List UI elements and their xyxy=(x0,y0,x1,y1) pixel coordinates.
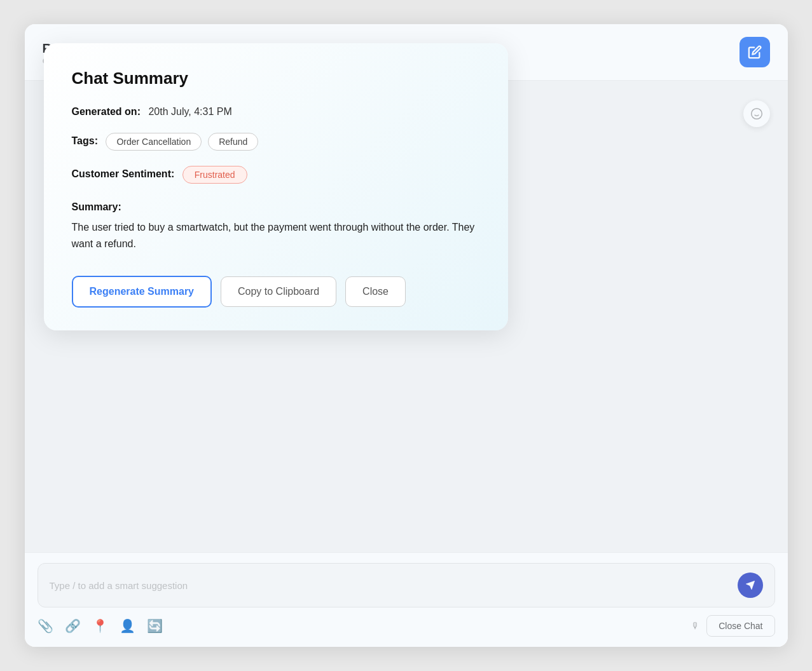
summary-label: Summary: xyxy=(72,201,480,213)
summary-text: The user tried to buy a smartwatch, but … xyxy=(72,219,480,253)
chat-summary-card: Chat Summary Generated on: 20th July, 4:… xyxy=(44,43,508,330)
tag-order-cancellation: Order Cancellation xyxy=(106,133,202,151)
modal-overlay: Chat Summary Generated on: 20th July, 4:… xyxy=(25,24,788,647)
tags-label: Tags: xyxy=(72,135,98,146)
tag-refund: Refund xyxy=(208,133,258,151)
copy-to-clipboard-button[interactable]: Copy to Clipboard xyxy=(221,276,336,307)
generated-label: Generated on: xyxy=(72,106,141,117)
generated-on-row: Generated on: 20th July, 4:31 PM xyxy=(72,106,480,118)
sentiment-row: Customer Sentiment: Frustrated xyxy=(72,166,480,184)
regenerate-summary-button[interactable]: Regenerate Summary xyxy=(72,276,212,308)
close-button[interactable]: Close xyxy=(345,276,406,307)
tags-container: Order Cancellation Refund xyxy=(106,133,258,151)
button-row: Regenerate Summary Copy to Clipboard Clo… xyxy=(72,276,480,308)
sentiment-badge: Frustrated xyxy=(182,166,247,184)
generated-value: 20th July, 4:31 PM xyxy=(148,106,231,117)
sentiment-label: Customer Sentiment: xyxy=(72,168,175,179)
app-container: Rachel Fernando xyxy=(25,24,788,647)
tags-row: Tags: Order Cancellation Refund xyxy=(72,133,480,151)
card-title: Chat Summary xyxy=(72,69,480,88)
